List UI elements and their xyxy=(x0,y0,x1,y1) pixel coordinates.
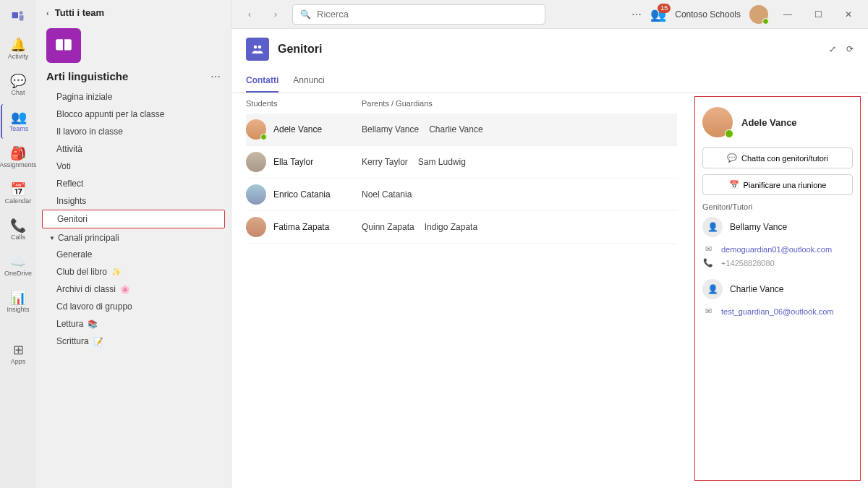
person-icon: 👤 xyxy=(702,217,723,237)
nav-home[interactable]: Pagina iniziale xyxy=(42,88,225,106)
guardian-email-row[interactable]: ✉test_guardian_06@outlook.com xyxy=(702,307,853,316)
nav-back[interactable]: ‹ Tutti i team xyxy=(36,0,231,25)
student-avatar xyxy=(246,217,266,237)
nav-grades[interactable]: Voti xyxy=(42,158,225,175)
guardian-chip: Kerry Taylor xyxy=(362,157,408,167)
mail-icon: ✉ xyxy=(702,244,714,254)
team-tile[interactable] xyxy=(46,28,81,63)
guardian-phone-row[interactable]: 📞+14258828080 xyxy=(702,258,853,267)
table-row[interactable]: Enrico Catania Noel Catania xyxy=(246,179,677,211)
col-guardians: Parents / Guardians xyxy=(362,99,433,108)
tab-announcements[interactable]: Annunci xyxy=(293,69,324,93)
guardian-chip: Indigo Zapata xyxy=(425,222,477,232)
svg-point-3 xyxy=(258,46,262,49)
col-students: Students xyxy=(246,99,362,108)
backpack-icon: 🎒 xyxy=(10,147,26,160)
chevron-left-icon: ‹ xyxy=(46,9,49,17)
rail-assignments[interactable]: 🎒Assignments xyxy=(1,140,35,175)
window-close[interactable]: ✕ xyxy=(838,4,859,25)
chat-icon: 💬 xyxy=(727,153,737,163)
channel-bookclub[interactable]: Club del libro✨ xyxy=(42,263,225,281)
history-forward[interactable]: › xyxy=(266,5,285,24)
presence-available-icon xyxy=(762,18,769,25)
channel-reading[interactable]: Lettura📚 xyxy=(42,315,225,333)
nav-parents[interactable]: Genitori xyxy=(42,210,225,228)
expand-icon[interactable]: ⤢ xyxy=(829,44,836,54)
page-tabs: Contatti Annunci xyxy=(231,69,868,93)
rail-activity[interactable]: 🔔Activity xyxy=(1,32,35,67)
org-name: Contoso Schools xyxy=(675,9,741,20)
schedule-meeting-button[interactable]: 📅Pianificare una riunione xyxy=(702,174,853,195)
students-table: Students Parents / Guardians Adele Vance… xyxy=(231,93,692,488)
memo-icon: 📝 xyxy=(93,337,103,346)
calendar-icon: 📅 xyxy=(10,183,26,196)
nav-insights[interactable]: Insights xyxy=(42,192,225,210)
nav-reflect[interactable]: Reflect xyxy=(42,175,225,192)
student-avatar xyxy=(246,184,266,205)
channel-writing[interactable]: Scrittura📝 xyxy=(42,333,225,350)
insights-icon: 📊 xyxy=(10,291,26,304)
notifications[interactable]: 👥 15 xyxy=(650,7,666,22)
table-row[interactable]: Ella Taylor Kerry TaylorSam Ludwig xyxy=(246,146,677,179)
phone-icon: 📞 xyxy=(702,258,714,267)
search-icon: 🔍 xyxy=(300,9,311,20)
book-icon xyxy=(54,36,73,55)
svg-point-1 xyxy=(20,11,23,14)
channel-general[interactable]: Generale xyxy=(42,246,225,263)
rail-calendar[interactable]: 📅Calendar xyxy=(1,176,35,211)
chat-guardians-button[interactable]: 💬Chatta con genitori/tutori xyxy=(702,147,853,168)
search-box[interactable]: 🔍 xyxy=(292,4,545,25)
history-back[interactable]: ‹ xyxy=(240,5,259,24)
guardian-block: 👤 Charlie Vance ✉test_guardian_06@outloo… xyxy=(702,279,853,316)
nav-classwork[interactable]: Il lavoro in classe xyxy=(42,123,225,140)
channel-groupwork[interactable]: Cd lavoro di gruppo xyxy=(42,298,225,315)
guardian-name: Charlie Vance xyxy=(730,284,783,294)
team-nav: ‹ Tutti i team Arti linguistiche ⋯ Pagin… xyxy=(36,0,231,488)
student-name: Enrico Catania xyxy=(273,189,331,200)
detail-avatar xyxy=(702,107,733,137)
phone-icon: 📞 xyxy=(10,219,26,232)
app-rail: 🔔Activity 💬Chat 👥Teams 🎒Assignments 📅Cal… xyxy=(0,0,36,488)
rail-calls[interactable]: 📞Calls xyxy=(1,213,35,247)
person-icon: 👤 xyxy=(702,279,723,299)
rail-insights[interactable]: 📊Insights xyxy=(1,285,35,320)
team-more-icon[interactable]: ⋯ xyxy=(210,71,221,82)
nav-activity[interactable]: Attività xyxy=(42,140,225,158)
student-name: Ella Taylor xyxy=(273,157,313,167)
channel-archives[interactable]: Archivi di classi🌸 xyxy=(42,281,225,298)
window-maximize[interactable]: ☐ xyxy=(807,4,829,25)
tab-contacts[interactable]: Contatti xyxy=(246,69,278,93)
search-input[interactable] xyxy=(317,9,537,20)
guardian-email-row[interactable]: ✉demoguardian01@outlook.com xyxy=(702,244,853,254)
titlebar: ‹ › 🔍 ⋯ 👥 15 Contoso Schools — ☐ ✕ xyxy=(231,0,868,29)
people-icon: 👥 xyxy=(11,111,27,124)
team-name: Arti linguistiche xyxy=(46,70,128,82)
refresh-icon[interactable]: ⟳ xyxy=(846,44,854,54)
titlebar-more[interactable]: ⋯ xyxy=(631,9,642,20)
table-row[interactable]: Fatima Zapata Quinn ZapataIndigo Zapata xyxy=(246,211,677,244)
guardian-block: 👤 Bellamy Vance ✉demoguardian01@outlook.… xyxy=(702,217,853,267)
guardian-chip: Sam Ludwig xyxy=(418,157,466,167)
guardian-name: Bellamy Vance xyxy=(730,222,787,232)
page-title: Genitori xyxy=(278,43,322,56)
student-name: Fatima Zapata xyxy=(273,222,329,232)
nav-channels-section[interactable]: ▼Canali principali xyxy=(42,228,225,246)
rail-onedrive[interactable]: ☁️OneDrive xyxy=(1,249,35,283)
teams-logo-icon xyxy=(8,6,28,26)
table-row[interactable]: Adele Vance Bellamy VanceCharlie Vance xyxy=(246,114,677,146)
guardian-chip: Charlie Vance xyxy=(429,124,482,134)
nav-back-label: Tutti i team xyxy=(55,7,104,18)
apps-icon: ⊞ xyxy=(13,343,24,356)
svg-point-2 xyxy=(254,46,258,49)
rail-teams[interactable]: 👥Teams xyxy=(1,104,35,139)
user-avatar[interactable] xyxy=(749,5,768,24)
mail-icon: ✉ xyxy=(702,307,714,316)
parents-app-icon xyxy=(246,38,269,61)
rail-apps[interactable]: ⊞Apps xyxy=(1,337,35,372)
student-avatar xyxy=(246,119,266,140)
window-minimize[interactable]: — xyxy=(777,4,799,25)
rail-chat[interactable]: 💬Chat xyxy=(1,68,35,103)
page-header: Genitori ⤢ ⟳ xyxy=(231,29,868,69)
caret-down-icon: ▼ xyxy=(49,235,55,241)
nav-notebook[interactable]: Blocco appunti per la classe xyxy=(42,106,225,123)
